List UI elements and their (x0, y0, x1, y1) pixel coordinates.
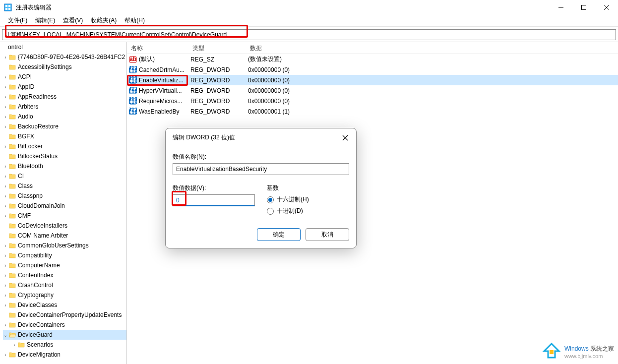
chevron-icon: › (3, 213, 8, 219)
svg-rect-2 (8, 5, 10, 7)
tree-item[interactable]: ›ComputerName (3, 260, 126, 270)
tree-item[interactable]: ›CMF (3, 211, 126, 221)
cancel-button[interactable]: 取消 (306, 228, 349, 241)
tree-item[interactable]: ›AppID (3, 82, 126, 92)
tree-item[interactable]: AccessibilitySettings (3, 62, 126, 72)
cell-data: 0x00000000 (0) (248, 98, 618, 105)
cell-name: RequireMicros... (139, 98, 190, 105)
maximize-button[interactable] (572, 0, 595, 15)
tree-item[interactable]: ›Bluetooth (3, 161, 126, 171)
folder-icon (9, 352, 16, 358)
tree-item[interactable]: ›DeviceClasses (3, 300, 126, 310)
cell-type: REG_SZ (190, 56, 248, 63)
radio-dec[interactable]: 十进制(D) (267, 207, 349, 215)
tree-item[interactable]: ›ACPI (3, 72, 126, 82)
col-header-data[interactable]: 数据 (246, 42, 618, 54)
binary-value-icon: 011110 (129, 87, 137, 95)
menu-file[interactable]: 文件(F) (4, 15, 31, 26)
tree-item[interactable]: DeviceContainerPropertyUpdateEvents (3, 310, 126, 320)
tree-item[interactable]: ›CI (3, 171, 126, 181)
dialog-title-text: 编辑 DWORD (32 位)值 (173, 133, 235, 142)
chevron-icon: › (3, 283, 8, 288)
folder-icon (9, 123, 16, 129)
tree-item-label: CommonGlobUserSettings (18, 242, 89, 249)
tree-item-label: DeviceGuard (18, 331, 53, 338)
tree-item[interactable]: ›Class (3, 181, 126, 191)
folder-icon (9, 312, 16, 318)
value-name-input[interactable] (173, 163, 349, 175)
tree-item[interactable]: ›Audio (3, 112, 126, 121)
list-row[interactable]: ab(默认)REG_SZ(数值未设置) (127, 54, 618, 64)
menu-favorites[interactable]: 收藏夹(A) (87, 15, 121, 26)
folder-icon (9, 54, 16, 60)
address-input[interactable] (2, 29, 616, 40)
string-value-icon: ab (129, 56, 137, 63)
folder-icon (9, 272, 16, 278)
col-header-type[interactable]: 类型 (188, 42, 246, 54)
tree-item[interactable]: BGFX (3, 131, 126, 141)
radio-dec-indicator (267, 208, 274, 215)
svg-text:110: 110 (129, 98, 137, 105)
tree-item[interactable]: ›BackupRestore (3, 121, 126, 131)
cell-name: WasEnabledBy (139, 108, 190, 115)
svg-rect-1 (5, 5, 7, 7)
list-row[interactable]: 011110HyperVVirtuali...REG_DWORD0x000000… (127, 85, 618, 96)
menu-view[interactable]: 查看(V) (59, 15, 87, 26)
list-row[interactable]: 011110CachedDrtmAu...REG_DWORD0x00000000… (127, 64, 618, 75)
tree-item[interactable]: ›CrashControl (3, 280, 126, 290)
tree-item[interactable]: COM Name Arbiter (3, 231, 126, 241)
minimize-button[interactable] (550, 0, 572, 15)
tree-item[interactable]: ⌄DeviceGuard (3, 330, 126, 340)
tree-item[interactable]: ›Classpnp (3, 191, 126, 201)
close-button[interactable] (595, 0, 618, 15)
radio-hex[interactable]: 十六进制(H) (267, 195, 349, 204)
list-row[interactable]: 011110EnableVirtualiz...REG_DWORD0x00000… (127, 75, 618, 85)
tree-item[interactable]: ›Cryptography (3, 290, 126, 300)
chevron-icon: › (3, 352, 8, 358)
tree-item[interactable]: BitlockerStatus (3, 151, 126, 161)
value-data-input[interactable] (173, 194, 255, 206)
folder-icon (9, 94, 16, 100)
dialog-close-button[interactable] (341, 134, 349, 142)
chevron-icon: › (3, 203, 8, 209)
folder-icon (9, 223, 16, 229)
tree-item-truncated[interactable]: ontrol (3, 42, 126, 52)
tree-item-label: COM Name Arbiter (18, 232, 68, 239)
cell-name: CachedDrtmAu... (139, 66, 190, 73)
col-header-name[interactable]: 名称 (127, 42, 188, 54)
edit-dword-dialog: 编辑 DWORD (32 位)值 数值名称(N): 数值数据(V): 基数 十六… (165, 128, 357, 248)
tree-item[interactable]: ›Arbiters (3, 102, 126, 112)
ok-button[interactable]: 确定 (257, 228, 301, 241)
tree-item[interactable]: ›DeviceMigration (3, 350, 126, 360)
tree-item[interactable]: ›Compatibility (3, 250, 126, 260)
menubar: 文件(F) 编辑(E) 查看(V) 收藏夹(A) 帮助(H) (0, 15, 618, 27)
tree-item[interactable]: ›AppReadiness (3, 92, 126, 102)
folder-icon (18, 342, 25, 348)
tree-item[interactable]: ›DeviceContainers (3, 320, 126, 330)
tree-item[interactable]: ›{7746D80F-97E0-4E26-9543-26B41FC2 (3, 52, 126, 62)
svg-rect-29 (550, 350, 554, 354)
tree-item[interactable]: ›CloudDomainJoin (3, 201, 126, 211)
svg-rect-3 (5, 8, 7, 10)
tree-item-label: Class (18, 182, 33, 189)
tree-panel[interactable]: ontrol ›{7746D80F-97E0-4E26-9543-26B41FC… (0, 42, 127, 364)
list-row[interactable]: 011110RequireMicros...REG_DWORD0x0000000… (127, 96, 618, 106)
menu-edit[interactable]: 编辑(E) (31, 15, 59, 26)
tree-item[interactable]: ›CommonGlobUserSettings (3, 241, 126, 250)
chevron-icon: › (3, 183, 8, 189)
folder-icon (9, 332, 16, 338)
menu-help[interactable]: 帮助(H) (121, 15, 149, 26)
value-data-label: 数值数据(V): (173, 184, 255, 192)
chevron-icon: › (12, 342, 17, 348)
tree-item-label: DeviceMigration (18, 351, 61, 358)
folder-icon (9, 243, 16, 248)
list-header: 名称 类型 数据 (127, 42, 618, 54)
chevron-icon: › (3, 322, 8, 328)
tree-item-label: Cryptography (18, 292, 54, 299)
tree-item[interactable]: ›Scenarios (3, 340, 126, 350)
cell-type: REG_DWORD (190, 77, 248, 84)
tree-item[interactable]: CoDeviceInstallers (3, 221, 126, 231)
tree-item[interactable]: ›BitLocker (3, 141, 126, 151)
list-row[interactable]: 011110WasEnabledByREG_DWORD0x00000001 (1… (127, 106, 618, 117)
tree-item[interactable]: ›ContentIndex (3, 270, 126, 280)
